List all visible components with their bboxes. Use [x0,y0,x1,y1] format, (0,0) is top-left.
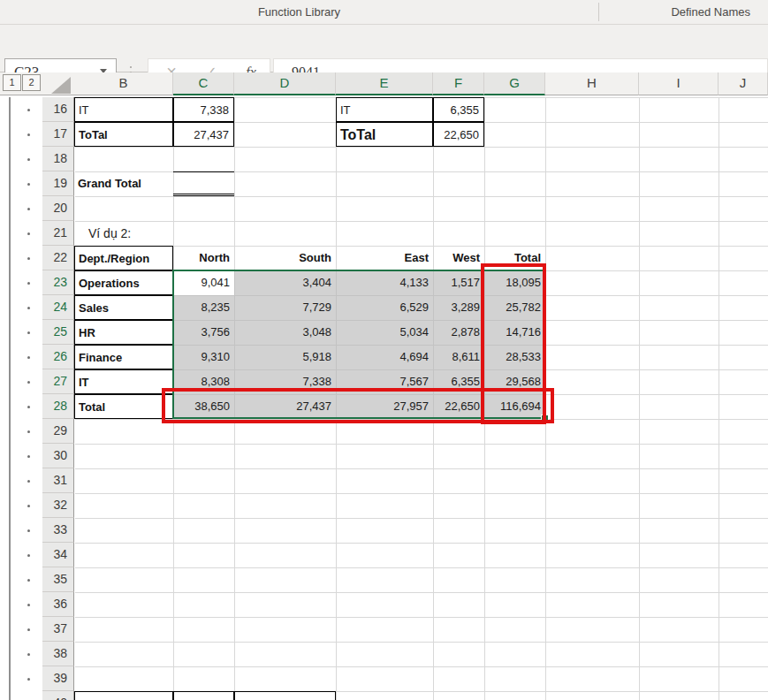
row-header-20[interactable]: 20 [42,196,74,221]
outline-group-bracket [9,97,11,700]
gridline-horizontal [75,617,768,618]
cell-B27[interactable]: IT [74,369,173,394]
gridline-horizontal [75,493,768,494]
cell-B26[interactable]: Finance [74,345,173,369]
cell-C16[interactable]: 7,338 [173,97,234,122]
outline-row-dot [27,109,30,111]
outline-row-dot [27,579,30,582]
row-header-35[interactable]: 35 [42,567,74,592]
cell-F22[interactable]: West [433,246,484,270]
cell-F16[interactable]: 6,355 [433,97,484,122]
row-header-28[interactable]: 28 [42,394,74,419]
row-header-26[interactable]: 26 [42,345,74,369]
annotation-red-box-total-row [162,388,554,423]
cell-F17[interactable]: 22,650 [433,122,484,147]
outline-row-dot [27,232,30,235]
excel-window: Function Library Defined Names C23 × ✓ f… [0,0,768,700]
outline-row-dot [27,356,30,359]
col-header-D[interactable]: D [234,72,336,95]
outline-row-dot [27,381,30,384]
outline-level-1-button[interactable]: 1 [3,74,21,91]
outline-row-dot [27,183,30,186]
row-header-23[interactable]: 23 [42,270,74,295]
cell-E22[interactable]: East [336,246,433,270]
outline-level-2-button[interactable]: 2 [22,74,41,91]
outline-row-dot [27,282,30,285]
row-header-39[interactable]: 39 [42,666,74,691]
row-header-16[interactable]: 16 [42,97,74,122]
cell-D40[interactable]: Running Total [234,691,336,700]
cell-C17[interactable]: 27,437 [173,122,234,147]
row-header-24[interactable]: 24 [42,295,74,320]
col-header-I[interactable]: I [639,72,719,95]
cell-B40[interactable]: Month [74,691,173,700]
gridline-horizontal [75,642,768,643]
row-header-25[interactable]: 25 [42,320,74,345]
ribbon-strip: Function Library Defined Names [0,0,768,25]
col-header-C[interactable]: C [173,72,234,95]
outline-row-dot [27,133,30,136]
outline-row-dot [27,331,30,334]
select-all-button[interactable] [51,77,71,94]
formula-bar: C23 × ✓ fx 9041 [0,25,768,72]
cell-B19[interactable]: Grand Total [74,171,173,196]
cell-B25[interactable]: HR [74,320,173,345]
outline-row-dot [27,604,30,606]
col-header-F[interactable]: F [433,72,484,95]
cell-B28[interactable]: Total [74,394,173,419]
outline-row-dot [27,505,30,507]
row-header-33[interactable]: 33 [42,518,74,543]
row-header-37[interactable]: 37 [42,617,74,642]
row-header-29[interactable]: 29 [42,419,74,444]
gridline-vertical [719,97,719,700]
gridline-horizontal [75,444,768,445]
outline-row-dot [27,406,30,408]
outline-row-dot [27,430,30,433]
cell-B21[interactable]: Ví dụ 2: [74,221,173,246]
cell-C22[interactable]: North [173,246,234,270]
outline-row-dot [27,257,30,260]
outline-corner: 1 2 [0,72,74,95]
cell-E16[interactable]: IT [336,97,433,122]
gridline-horizontal [75,518,768,519]
gridline-horizontal [75,468,768,469]
row-header-21[interactable]: 21 [42,221,74,246]
cell-E17[interactable]: ToTal [336,122,433,147]
gridline-horizontal [75,196,768,197]
cell-B16[interactable]: IT [74,97,173,122]
col-header-B[interactable]: B [74,72,173,95]
row-header-17[interactable]: 17 [42,122,74,147]
col-header-J[interactable]: J [719,72,768,95]
row-header-40[interactable]: 40 [42,691,74,700]
row-header-30[interactable]: 30 [42,444,74,468]
formula-bar-grip-dot [130,66,132,68]
row-header-22[interactable]: 22 [42,246,74,270]
row-header-18[interactable]: 18 [42,147,74,171]
row-header-38[interactable]: 38 [42,642,74,666]
gridline-horizontal [75,666,768,667]
row-header-27[interactable]: 27 [42,369,74,394]
cell-B17[interactable]: ToTal [74,122,173,147]
col-header-G[interactable]: G [484,72,545,95]
row-header-32[interactable]: 32 [42,493,74,518]
row-header-34[interactable]: 34 [42,543,74,567]
cell-C19[interactable] [173,171,234,196]
outline-row-dot [27,628,30,631]
gridline-horizontal [75,543,768,544]
cell-D22[interactable]: South [234,246,336,270]
outline-row-dot [27,480,30,483]
row-header-31[interactable]: 31 [42,468,74,493]
row-header-36[interactable]: 36 [42,592,74,617]
cell-B22[interactable]: Dept./Region [74,246,173,270]
outline-row-dot [27,529,30,532]
col-header-E[interactable]: E [336,72,433,95]
cell-C40[interactable]: Amount [173,691,234,700]
cell-B24[interactable]: Sales [74,295,173,320]
gridline-horizontal [75,567,768,568]
col-header-H[interactable]: H [545,72,639,95]
column-header-row: 1 2 BCDEFGHIJ [0,72,768,95]
row-header-19[interactable]: 19 [42,171,74,196]
outline-row-dot [27,678,30,681]
ribbon-group-defined-names: Defined Names [598,0,768,24]
cell-B23[interactable]: Operations [74,270,173,295]
